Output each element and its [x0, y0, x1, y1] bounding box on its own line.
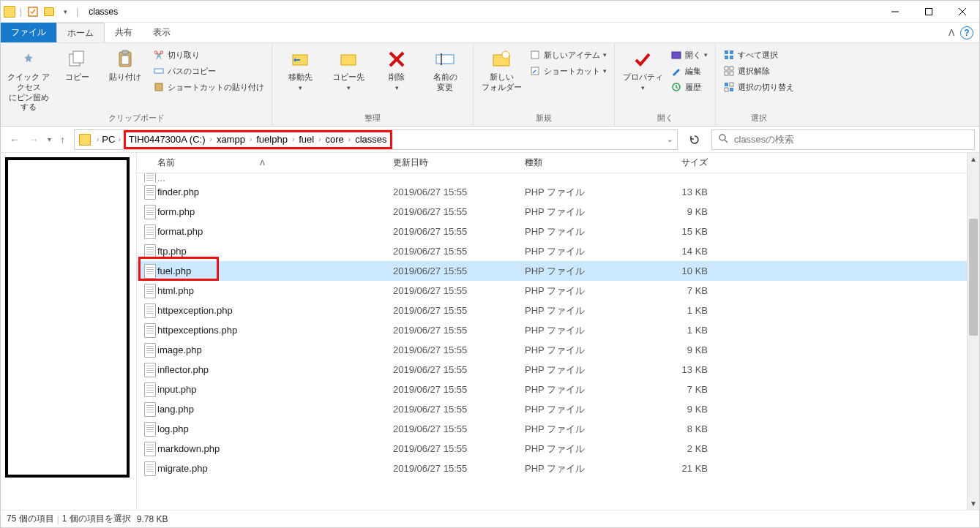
- paste-button[interactable]: 貼り付け: [102, 46, 149, 83]
- crumb-classes[interactable]: classes: [355, 134, 386, 145]
- folder-small-icon[interactable]: [42, 5, 56, 18]
- list-row[interactable]: image.php 2019/06/27 15:55 PHP ファイル 9 KB: [137, 340, 979, 360]
- svg-rect-2: [926, 8, 932, 15]
- col-type[interactable]: 種類: [525, 156, 635, 169]
- back-button[interactable]: ←: [10, 134, 20, 146]
- col-size[interactable]: サイズ: [635, 156, 708, 169]
- list-row[interactable]: format.php 2019/06/27 15:55 PHP ファイル 15 …: [137, 222, 979, 241]
- col-name[interactable]: 名前ᐱ: [157, 156, 393, 169]
- up-button[interactable]: ↑: [60, 134, 65, 146]
- list-row[interactable]: input.php 2019/06/27 15:55 PHP ファイル 7 KB: [137, 380, 979, 399]
- edit-button[interactable]: 編集: [667, 64, 711, 78]
- pin-icon: [17, 48, 40, 71]
- history-button[interactable]: 履歴: [667, 80, 711, 94]
- copy-button[interactable]: コピー: [53, 46, 100, 83]
- moveto-icon: [288, 48, 312, 71]
- crumb-core[interactable]: core: [326, 134, 344, 145]
- list-row[interactable]: ...: [137, 173, 979, 182]
- new-folder-button[interactable]: 新しい フォルダー: [478, 46, 525, 93]
- select-none-button[interactable]: 選択解除: [720, 64, 797, 78]
- file-icon: [144, 461, 156, 476]
- close-button[interactable]: [946, 1, 979, 23]
- maximize-button[interactable]: [912, 1, 946, 23]
- rename-button[interactable]: 名前の 変更: [422, 46, 468, 93]
- list-row[interactable]: migrate.php 2019/06/27 15:55 PHP ファイル 21…: [137, 459, 979, 478]
- copy-path-button[interactable]: パスのコピー: [150, 64, 267, 78]
- pin-to-quick-access-button[interactable]: クイック アクセス にピン留めする: [5, 46, 52, 113]
- file-size: 13 KB: [635, 364, 708, 375]
- file-type: PHP ファイル: [525, 442, 635, 456]
- navigation-pane[interactable]: [1, 153, 137, 510]
- list-row[interactable]: finder.php 2019/06/27 15:55 PHP ファイル 13 …: [137, 182, 979, 202]
- copy-icon: [65, 48, 89, 71]
- file-size: 1 KB: [635, 305, 708, 316]
- new-item-button[interactable]: 新しいアイテム ▾: [526, 48, 610, 62]
- file-icon: [144, 185, 156, 200]
- list-row[interactable]: log.php 2019/06/27 15:55 PHP ファイル 8 KB: [137, 419, 979, 439]
- file-icon: [144, 402, 156, 417]
- svg-rect-20: [531, 51, 539, 59]
- properties-icon[interactable]: [26, 5, 40, 18]
- refresh-button[interactable]: [682, 129, 707, 150]
- file-name: httpexceptions.php: [157, 325, 393, 336]
- svg-rect-31: [730, 72, 733, 75]
- minimize-button[interactable]: [878, 1, 912, 23]
- list-row[interactable]: ftp.php 2019/06/27 15:55 PHP ファイル 14 KB: [137, 241, 979, 261]
- list-row[interactable]: html.php 2019/06/27 15:55 PHP ファイル 7 KB: [137, 281, 979, 301]
- scroll-up-icon[interactable]: ▲: [968, 153, 979, 165]
- select-all-button[interactable]: すべて選択: [720, 48, 797, 62]
- search-placeholder: classesの検索: [734, 133, 794, 146]
- properties-button[interactable]: プロパティ▾: [619, 46, 666, 92]
- help-icon[interactable]: ?: [960, 26, 973, 39]
- shortcut-button[interactable]: ショートカット ▾: [526, 64, 610, 78]
- cut-button[interactable]: ✂️切り取り: [150, 48, 267, 62]
- list-row[interactable]: httpexception.php 2019/06/27 15:55 PHP フ…: [137, 301, 979, 320]
- file-date: 2019/06/27 15:55: [393, 325, 525, 336]
- svg-rect-28: [725, 67, 728, 70]
- crumb-xampp[interactable]: xampp: [217, 134, 245, 145]
- tab-home[interactable]: ホーム: [56, 23, 105, 42]
- tab-view[interactable]: 表示: [143, 23, 181, 42]
- crumb-pc[interactable]: PC: [102, 134, 115, 145]
- addressbar[interactable]: › PC › TIH0447300A (C:) › xampp › fuelph…: [74, 129, 678, 150]
- col-date[interactable]: 更新日時: [393, 156, 525, 169]
- collapse-ribbon-icon[interactable]: ᐱ: [949, 28, 954, 38]
- invert-icon: [723, 81, 735, 93]
- move-to-button[interactable]: 移動先▾: [277, 46, 323, 92]
- crumb-fuel[interactable]: fuel: [299, 134, 314, 145]
- scroll-thumb[interactable]: [969, 219, 978, 336]
- file-size: 15 KB: [635, 226, 708, 237]
- file-date: 2019/06/27 15:55: [393, 186, 525, 197]
- delete-button[interactable]: 削除▾: [373, 46, 420, 92]
- crumb-drive[interactable]: TIH0447300A (C:): [129, 134, 206, 145]
- file-icon: [144, 422, 156, 437]
- file-type: PHP ファイル: [525, 383, 635, 396]
- file-icon: [144, 343, 156, 358]
- list-row[interactable]: lang.php 2019/06/27 15:55 PHP ファイル 9 KB: [137, 399, 979, 419]
- file-date: 2019/06/27 15:55: [393, 384, 525, 395]
- list-row[interactable]: markdown.php 2019/06/27 15:55 PHP ファイル 2…: [137, 439, 979, 459]
- nav-redaction-box: [5, 157, 130, 478]
- recent-dropdown[interactable]: ▾: [48, 135, 51, 143]
- paste-shortcut-button[interactable]: ショートカットの貼り付け: [150, 80, 267, 94]
- tab-file[interactable]: ファイル: [1, 23, 56, 42]
- scroll-down-icon[interactable]: ▼: [968, 497, 979, 510]
- vertical-scrollbar[interactable]: ▲ ▼: [967, 153, 979, 510]
- file-date: 2019/06/27 15:55: [393, 206, 525, 217]
- copy-to-button[interactable]: コピー先▾: [325, 46, 372, 92]
- forward-button[interactable]: →: [29, 134, 39, 146]
- open-button[interactable]: 開く ▾: [667, 48, 711, 62]
- invert-selection-button[interactable]: 選択の切り替え: [720, 80, 797, 94]
- tab-share[interactable]: 共有: [105, 23, 143, 42]
- list-row[interactable]: fuel.php 2019/06/27 15:55 PHP ファイル 10 KB: [137, 261, 979, 281]
- address-dropdown[interactable]: ⌄: [667, 135, 673, 143]
- dropdown-icon[interactable]: ▾: [59, 5, 72, 18]
- list-row[interactable]: inflector.php 2019/06/27 15:55 PHP ファイル …: [137, 360, 979, 380]
- crumb-fuelphp[interactable]: fuelphp: [256, 134, 288, 145]
- file-date: 2019/06/27 15:55: [393, 344, 525, 355]
- list-row[interactable]: httpexceptions.php 2019/06/27 15:55 PHP …: [137, 320, 979, 340]
- svg-rect-35: [730, 88, 733, 91]
- searchbar[interactable]: classesの検索: [711, 129, 975, 150]
- list-row[interactable]: form.php 2019/06/27 15:55 PHP ファイル 9 KB: [137, 202, 979, 222]
- copyto-icon: [337, 48, 360, 71]
